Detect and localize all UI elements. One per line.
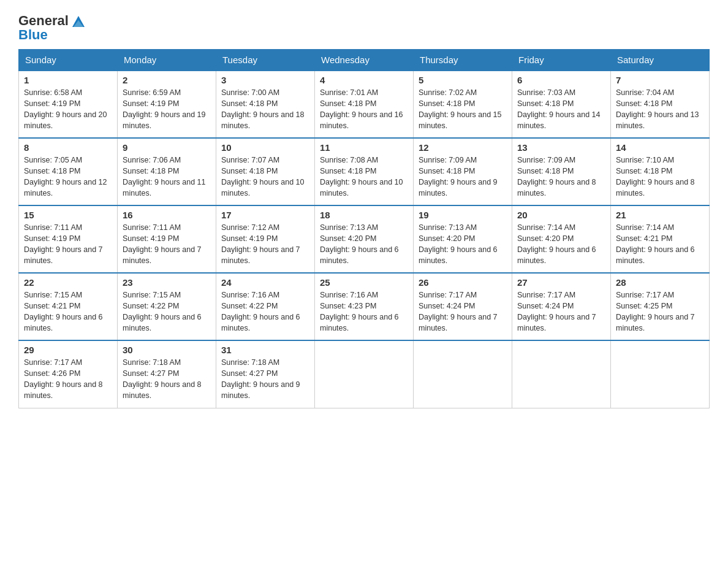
day-info: Sunrise: 7:13 AMSunset: 4:20 PMDaylight:… — [419, 222, 507, 267]
header-row: SundayMondayTuesdayWednesdayThursdayFrid… — [19, 50, 710, 71]
day-info: Sunrise: 7:05 AMSunset: 4:18 PMDaylight:… — [24, 155, 112, 199]
week-row-5: 29 Sunrise: 7:17 AMSunset: 4:26 PMDaylig… — [19, 340, 710, 408]
day-info: Sunrise: 7:04 AMSunset: 4:18 PMDaylight:… — [616, 87, 704, 132]
calendar-cell: 20 Sunrise: 7:14 AMSunset: 4:20 PMDaylig… — [512, 205, 611, 273]
day-number: 11 — [320, 142, 408, 153]
day-info: Sunrise: 7:15 AMSunset: 4:21 PMDaylight:… — [24, 289, 112, 334]
column-header-saturday: Saturday — [611, 50, 710, 71]
day-info: Sunrise: 7:03 AMSunset: 4:18 PMDaylight:… — [517, 87, 605, 132]
day-number: 14 — [616, 142, 704, 153]
calendar-cell: 15 Sunrise: 7:11 AMSunset: 4:19 PMDaylig… — [19, 205, 118, 273]
day-number: 17 — [221, 210, 309, 220]
column-header-thursday: Thursday — [414, 50, 512, 71]
day-number: 31 — [221, 345, 309, 355]
day-info: Sunrise: 7:13 AMSunset: 4:20 PMDaylight:… — [320, 222, 408, 267]
calendar-cell: 1 Sunrise: 6:58 AMSunset: 4:19 PMDayligh… — [19, 71, 118, 138]
logo-triangle-icon — [70, 12, 87, 29]
logo: General Blue — [18, 12, 87, 43]
day-number: 25 — [320, 277, 408, 288]
day-number: 1 — [24, 75, 112, 85]
calendar-cell: 22 Sunrise: 7:15 AMSunset: 4:21 PMDaylig… — [19, 273, 118, 340]
day-number: 28 — [616, 277, 704, 288]
calendar-cell: 26 Sunrise: 7:17 AMSunset: 4:24 PMDaylig… — [414, 273, 512, 340]
day-number: 19 — [419, 210, 507, 220]
day-info: Sunrise: 7:07 AMSunset: 4:18 PMDaylight:… — [221, 155, 309, 199]
column-header-wednesday: Wednesday — [315, 50, 414, 71]
day-number: 15 — [24, 210, 112, 220]
day-number: 7 — [616, 75, 704, 85]
day-number: 8 — [24, 142, 112, 153]
day-info: Sunrise: 7:12 AMSunset: 4:19 PMDaylight:… — [221, 222, 309, 267]
calendar-cell: 30 Sunrise: 7:18 AMSunset: 4:27 PMDaylig… — [118, 340, 216, 408]
week-row-4: 22 Sunrise: 7:15 AMSunset: 4:21 PMDaylig… — [19, 273, 710, 340]
calendar-cell: 13 Sunrise: 7:09 AMSunset: 4:18 PMDaylig… — [512, 138, 611, 205]
day-number: 2 — [123, 75, 211, 85]
calendar-cell: 14 Sunrise: 7:10 AMSunset: 4:18 PMDaylig… — [611, 138, 710, 205]
calendar-cell — [512, 340, 611, 408]
day-number: 22 — [24, 277, 112, 288]
calendar-cell: 2 Sunrise: 6:59 AMSunset: 4:19 PMDayligh… — [118, 71, 216, 138]
day-number: 27 — [517, 277, 605, 288]
calendar-cell: 11 Sunrise: 7:08 AMSunset: 4:18 PMDaylig… — [315, 138, 414, 205]
calendar-cell: 17 Sunrise: 7:12 AMSunset: 4:19 PMDaylig… — [216, 205, 315, 273]
day-number: 5 — [419, 75, 507, 85]
day-number: 16 — [123, 210, 211, 220]
day-number: 26 — [419, 277, 507, 288]
calendar-cell: 18 Sunrise: 7:13 AMSunset: 4:20 PMDaylig… — [315, 205, 414, 273]
calendar-cell: 31 Sunrise: 7:18 AMSunset: 4:27 PMDaylig… — [216, 340, 315, 408]
day-info: Sunrise: 7:18 AMSunset: 4:27 PMDaylight:… — [221, 357, 309, 402]
calendar-cell: 4 Sunrise: 7:01 AMSunset: 4:18 PMDayligh… — [315, 71, 414, 138]
column-header-monday: Monday — [118, 50, 216, 71]
day-info: Sunrise: 7:14 AMSunset: 4:21 PMDaylight:… — [616, 222, 704, 267]
day-number: 12 — [419, 142, 507, 153]
day-number: 23 — [123, 277, 211, 288]
calendar-cell — [315, 340, 414, 408]
logo-blue: Blue — [18, 27, 48, 43]
calendar-cell: 6 Sunrise: 7:03 AMSunset: 4:18 PMDayligh… — [512, 71, 611, 138]
day-number: 10 — [221, 142, 309, 153]
day-info: Sunrise: 7:17 AMSunset: 4:25 PMDaylight:… — [616, 289, 704, 334]
calendar-cell: 7 Sunrise: 7:04 AMSunset: 4:18 PMDayligh… — [611, 71, 710, 138]
calendar-cell: 27 Sunrise: 7:17 AMSunset: 4:24 PMDaylig… — [512, 273, 611, 340]
day-info: Sunrise: 7:17 AMSunset: 4:24 PMDaylight:… — [419, 289, 507, 334]
day-info: Sunrise: 7:02 AMSunset: 4:18 PMDaylight:… — [419, 87, 507, 132]
day-number: 3 — [221, 75, 309, 85]
calendar-cell: 24 Sunrise: 7:16 AMSunset: 4:22 PMDaylig… — [216, 273, 315, 340]
day-info: Sunrise: 7:09 AMSunset: 4:18 PMDaylight:… — [419, 155, 507, 199]
calendar-table: SundayMondayTuesdayWednesdayThursdayFrid… — [18, 49, 710, 408]
day-info: Sunrise: 7:09 AMSunset: 4:18 PMDaylight:… — [517, 155, 605, 199]
day-info: Sunrise: 7:14 AMSunset: 4:20 PMDaylight:… — [517, 222, 605, 267]
day-info: Sunrise: 7:11 AMSunset: 4:19 PMDaylight:… — [123, 222, 211, 267]
day-number: 29 — [24, 345, 112, 355]
day-info: Sunrise: 7:18 AMSunset: 4:27 PMDaylight:… — [123, 357, 211, 402]
day-info: Sunrise: 7:10 AMSunset: 4:18 PMDaylight:… — [616, 155, 704, 199]
calendar-cell: 21 Sunrise: 7:14 AMSunset: 4:21 PMDaylig… — [611, 205, 710, 273]
day-info: Sunrise: 7:01 AMSunset: 4:18 PMDaylight:… — [320, 87, 408, 132]
week-row-3: 15 Sunrise: 7:11 AMSunset: 4:19 PMDaylig… — [19, 205, 710, 273]
calendar-cell — [611, 340, 710, 408]
day-number: 30 — [123, 345, 211, 355]
calendar-cell: 28 Sunrise: 7:17 AMSunset: 4:25 PMDaylig… — [611, 273, 710, 340]
day-info: Sunrise: 7:11 AMSunset: 4:19 PMDaylight:… — [24, 222, 112, 267]
day-number: 24 — [221, 277, 309, 288]
column-header-tuesday: Tuesday — [216, 50, 315, 71]
week-row-1: 1 Sunrise: 6:58 AMSunset: 4:19 PMDayligh… — [19, 71, 710, 138]
day-info: Sunrise: 6:58 AMSunset: 4:19 PMDaylight:… — [24, 87, 112, 132]
day-info: Sunrise: 7:08 AMSunset: 4:18 PMDaylight:… — [320, 155, 408, 199]
day-info: Sunrise: 7:17 AMSunset: 4:26 PMDaylight:… — [24, 357, 112, 402]
day-info: Sunrise: 7:17 AMSunset: 4:24 PMDaylight:… — [517, 289, 605, 334]
day-info: Sunrise: 7:16 AMSunset: 4:22 PMDaylight:… — [221, 289, 309, 334]
day-number: 20 — [517, 210, 605, 220]
calendar-cell: 10 Sunrise: 7:07 AMSunset: 4:18 PMDaylig… — [216, 138, 315, 205]
day-number: 4 — [320, 75, 408, 85]
day-info: Sunrise: 7:16 AMSunset: 4:23 PMDaylight:… — [320, 289, 408, 334]
day-number: 9 — [123, 142, 211, 153]
calendar-cell — [414, 340, 512, 408]
day-info: Sunrise: 6:59 AMSunset: 4:19 PMDaylight:… — [123, 87, 211, 132]
calendar-cell: 25 Sunrise: 7:16 AMSunset: 4:23 PMDaylig… — [315, 273, 414, 340]
column-header-friday: Friday — [512, 50, 611, 71]
calendar-cell: 9 Sunrise: 7:06 AMSunset: 4:18 PMDayligh… — [118, 138, 216, 205]
week-row-2: 8 Sunrise: 7:05 AMSunset: 4:18 PMDayligh… — [19, 138, 710, 205]
day-number: 13 — [517, 142, 605, 153]
calendar-cell: 19 Sunrise: 7:13 AMSunset: 4:20 PMDaylig… — [414, 205, 512, 273]
